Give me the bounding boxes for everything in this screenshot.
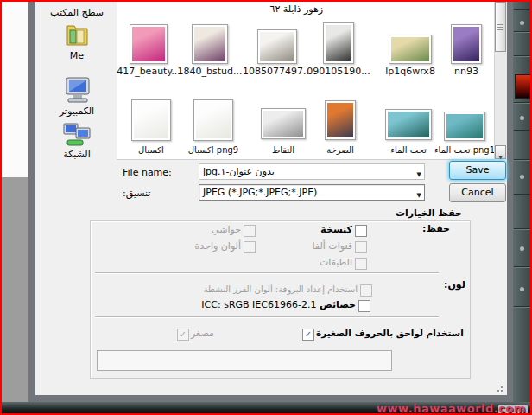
sidebar-item-label: سطح المكتب — [50, 7, 104, 18]
sidebar-item-desktop[interactable]: سطح المكتب — [37, 3, 117, 19]
toolbar-separator — [514, 266, 530, 267]
layers-label: الطبقات — [266, 257, 352, 268]
canvas-background — [2, 2, 28, 177]
file-thumbnail[interactable] — [261, 108, 306, 139]
dropdown-arrow-icon[interactable] — [417, 188, 421, 201]
toolbar-separator — [514, 228, 530, 229]
thumbnail-image — [196, 102, 231, 138]
annotations-checkbox — [244, 225, 256, 237]
save-button[interactable]: Save — [449, 161, 506, 180]
eye-icon — [520, 246, 524, 251]
status-box — [97, 350, 392, 371]
tool-icon — [520, 116, 524, 120]
cancel-button[interactable]: Cancel — [449, 183, 506, 202]
icc-profile-label: خصائص ICC: sRGB IEC61966-2.1 — [193, 299, 356, 310]
sidebar-item-label: الكمبيوتر — [37, 105, 117, 117]
as-copy-checkbox[interactable] — [355, 225, 367, 237]
thumbnail-image — [134, 102, 168, 138]
toolbar-separator — [514, 55, 530, 56]
file-label[interactable]: اكسبال — [117, 145, 186, 155]
file-label[interactable]: الصرخة — [306, 145, 375, 155]
toolbar-separator — [514, 159, 530, 160]
network-icon — [37, 121, 117, 149]
thumbnail-image — [391, 37, 429, 61]
sidebar-item-me[interactable]: Me — [37, 19, 117, 61]
section-divider — [95, 316, 439, 318]
scrollbar-thumb[interactable] — [495, 2, 506, 52]
file-thumbnail[interactable] — [325, 100, 356, 140]
foreground-color-swatch — [515, 74, 532, 99]
filename-combobox[interactable]: بدون عنوان-١.jpg — [199, 163, 425, 180]
computer-icon — [37, 74, 117, 105]
filename-value: بدون عنوان-١.jpg — [203, 166, 275, 177]
tool-icon — [520, 21, 524, 25]
file-label[interactable]: 1840_bstud... — [175, 66, 244, 77]
sidebar-item-label: Me — [37, 50, 117, 61]
proof-setup-checkbox — [360, 284, 372, 297]
file-thumbnail[interactable] — [130, 24, 168, 64]
thumbnail-image — [327, 103, 353, 137]
file-thumbnail[interactable] — [389, 35, 432, 64]
folder-icon — [37, 19, 117, 50]
file-thumbnail[interactable] — [131, 99, 171, 141]
icc-profile-label-bold: خصائص — [320, 299, 356, 310]
dropdown-arrow-icon[interactable] — [417, 167, 421, 180]
thumbnail-label: مصغر — [191, 328, 214, 339]
sidebar-item-computer[interactable]: الكمبيوتر — [37, 74, 117, 117]
file-label[interactable]: 090105190... — [304, 66, 373, 77]
file-label[interactable]: 1085077497... — [243, 66, 312, 77]
file-thumbnail[interactable] — [444, 112, 485, 141]
screenshot-root: سطح المكتب Me الكمبيوتر — [0, 0, 532, 415]
alpha-channels-checkbox — [355, 241, 367, 253]
toolbar-separator — [514, 306, 530, 307]
resize-grip — [497, 390, 499, 392]
file-label[interactable]: تحت الماء png1 — [434, 145, 496, 155]
options-group-legend: حفظ الخيارات — [384, 208, 462, 219]
spot-colors-checkbox — [244, 241, 256, 253]
scrollbar-grip — [497, 27, 504, 28]
file-label[interactable]: تحت الماء — [374, 145, 443, 155]
format-label: تنسيق: — [123, 188, 150, 199]
icc-profile-checkbox[interactable] — [358, 300, 370, 312]
bottom-bar: www.hawaaworld.com — [2, 402, 530, 415]
toolbar-separator — [514, 31, 530, 32]
thumbnail-image — [263, 111, 303, 137]
thumbnail-image — [260, 32, 294, 61]
resize-grip[interactable] — [501, 390, 503, 392]
proof-setup-label: استخدام إعداد البروفة: ألوان الفرز النشط… — [192, 284, 358, 295]
scrollbar-grip — [497, 29, 504, 30]
scrollbar-grip — [497, 24, 504, 25]
as-copy-label: كنسخة — [266, 224, 352, 235]
alpha-channels-label: قنوات ألفا — [266, 240, 352, 252]
file-thumbnail[interactable] — [192, 24, 228, 64]
sidebar-item-network[interactable]: الشبكة — [37, 121, 117, 160]
annotations-label: حواشي — [155, 224, 241, 235]
watermark-url: www.hawaaworld.com — [377, 402, 526, 415]
scrollbar-down-button[interactable] — [495, 145, 506, 159]
thumbnail-image — [388, 112, 429, 137]
lowercase-extension-label: استخدام لواحق بالحروف الصغيرة — [316, 328, 464, 339]
file-label[interactable]: 417_beauty... — [114, 66, 183, 77]
file-thumbnail[interactable] — [193, 99, 233, 141]
color-section-label: لون: — [444, 279, 466, 290]
desktop-background — [2, 177, 28, 404]
sidebar-item-label: الشبكة — [37, 149, 117, 160]
file-thumbnail[interactable] — [385, 109, 432, 140]
file-thumbnail[interactable] — [323, 22, 354, 64]
file-thumbnail[interactable] — [257, 29, 297, 64]
thumbnail-image — [326, 25, 352, 61]
file-thumbnail[interactable] — [451, 24, 482, 64]
spot-colors-label: ألوان واحدة — [155, 240, 241, 252]
file-label[interactable]: nn93 — [432, 66, 501, 77]
toolbar-separator — [514, 194, 530, 195]
lowercase-extension-checkbox[interactable]: ✓ — [302, 329, 314, 341]
toolbar-separator — [514, 102, 530, 103]
format-combobox[interactable]: JPEG (*.JPG;*.JPEG;*.JPE) — [199, 184, 425, 201]
save-section-label: حفظ: — [422, 223, 450, 234]
file-label-partial[interactable]: زهور ذابلة ٦٢ — [254, 3, 323, 15]
file-label[interactable]: اكسبال png9 — [179, 145, 248, 155]
thumbnail-checkbox: ✓ — [177, 329, 189, 341]
tool-icon — [520, 287, 524, 291]
toolbar-separator — [514, 9, 530, 10]
layers-checkbox — [355, 258, 367, 270]
